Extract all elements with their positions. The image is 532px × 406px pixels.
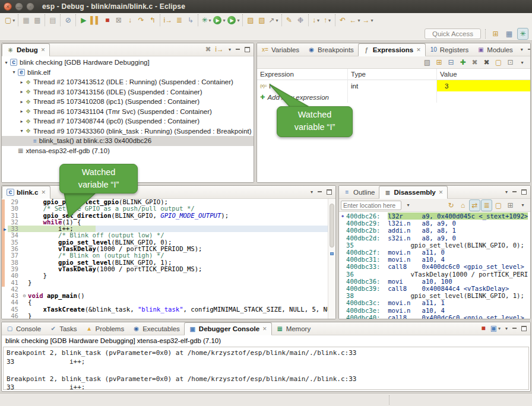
- disassembly-row[interactable]: 400dbc40: call8 0x400dc6c0 <gpio_set_lev…: [339, 314, 530, 319]
- debug-tree-item[interactable]: ▸❖Thread #7 1073408744 (ipc0) (Suspended…: [2, 116, 254, 126]
- external-tools-button[interactable]: ▶: [226, 14, 240, 26]
- instruction-stepping-button[interactable]: i→: [214, 43, 225, 55]
- tab-blink-c[interactable]: cblink.c✕: [2, 186, 50, 199]
- maximize-icon[interactable]: [327, 189, 332, 195]
- fold-marker-icon[interactable]: ⊖: [21, 293, 28, 299]
- run-button[interactable]: ▶: [212, 14, 226, 26]
- open-perspective-button[interactable]: ⊞: [490, 28, 501, 40]
- debug-tree-item[interactable]: ▾❖Thread #9 1073433360 (blink_task : Run…: [2, 126, 254, 137]
- disassembly-row[interactable]: 400dbc36: movi a10, 100: [339, 278, 530, 285]
- debug-tree-item[interactable]: ▦xtensa-esp32-elf-gdb (7.10): [2, 146, 254, 156]
- instruction-stepping-button[interactable]: i→: [162, 14, 173, 26]
- location-dropdown-button[interactable]: ▾: [403, 199, 414, 211]
- minimize-icon[interactable]: [317, 189, 322, 195]
- maximize-icon[interactable]: [521, 326, 527, 331]
- resume-button[interactable]: ▶: [78, 14, 89, 26]
- expressions-view-menu-button[interactable]: ▾: [517, 56, 528, 68]
- debug-tree-item[interactable]: ▸❖Thread #3 1073413156 (IDLE) (Suspended…: [2, 87, 254, 97]
- disassembly-row[interactable]: 400dbc3e: movi.n a10, 4: [339, 307, 530, 314]
- save-button[interactable]: ▦: [20, 14, 31, 26]
- tab-close-icon[interactable]: ✕: [416, 47, 421, 53]
- pin-view-button[interactable]: ⊡: [505, 56, 516, 68]
- tab-variables[interactable]: x=Variables: [257, 43, 303, 56]
- print-button[interactable]: ▤: [47, 14, 58, 26]
- tab-modules[interactable]: ▣Modules: [473, 43, 517, 56]
- new-button[interactable]: ▢: [4, 14, 16, 26]
- code-editor[interactable]: ▶ 29 gpio_pad_select_gpio(BLINK_GPIO);30…: [2, 199, 335, 319]
- debug-tree-item[interactable]: ▸❖Thread #2 1073413512 (IDLE : Running) …: [2, 77, 254, 87]
- debug-tree-item[interactable]: ▸❖Thread #5 1073410208 (ipc1) (Suspended…: [2, 97, 254, 107]
- show-type-names-button[interactable]: ▧: [422, 56, 433, 68]
- tab-debugger-console[interactable]: ▣Debugger Console✕: [184, 322, 272, 335]
- tab-registers[interactable]: 10Registers: [426, 43, 473, 56]
- link-view-button[interactable]: ⊞: [505, 199, 516, 211]
- debug-tree-item[interactable]: ▸❖Thread #6 1073431104 (Tmr Svc) (Suspen…: [2, 107, 254, 117]
- quick-access-button[interactable]: Quick Access: [425, 28, 481, 39]
- tab-close-icon[interactable]: ✕: [439, 189, 444, 195]
- tab-close-icon[interactable]: ✕: [262, 326, 267, 332]
- column-header-expression[interactable]: Expression: [257, 69, 348, 80]
- disassembly-row[interactable]: 400dbc31: movi.n a10, 4: [339, 256, 530, 263]
- overview-breakpoint-mark[interactable]: [330, 252, 334, 255]
- disassembly-row[interactable]: 400dbc2d: s32i.n a8, a9, 0: [339, 234, 530, 242]
- disassembly-row[interactable]: ◆400dbc26: l32r a9, 0x400d045c <_stext+1…: [339, 212, 530, 220]
- debug-button[interactable]: ✳: [200, 14, 212, 26]
- view-menu-icon[interactable]: ▾: [505, 326, 508, 331]
- collapsed-arrow-icon[interactable]: ▸: [18, 119, 25, 124]
- view-mode-button[interactable]: ≣: [173, 14, 185, 26]
- code-line[interactable]: 41}: [2, 280, 335, 286]
- previous-annotation-button[interactable]: ↑: [322, 14, 333, 26]
- tab-disassembly[interactable]: ≣Disassembly✕: [379, 186, 448, 199]
- view-menu-icon[interactable]: ▾: [521, 47, 523, 52]
- editor-scrollbar-thumb[interactable]: [330, 204, 334, 248]
- expanded-arrow-icon[interactable]: ▾: [11, 69, 17, 75]
- disassembly-view-menu-button[interactable]: ▾: [517, 199, 528, 211]
- maximize-icon[interactable]: [521, 189, 527, 195]
- remove-all-expressions-button[interactable]: ✖: [481, 56, 492, 68]
- disassembly-row[interactable]: 400dbc2b: addi.n a8, a8, 1: [339, 227, 530, 234]
- collapsed-arrow-icon[interactable]: ▸: [18, 80, 25, 85]
- code-line[interactable]: 46}: [2, 313, 335, 319]
- minimize-icon[interactable]: [512, 326, 517, 331]
- tab-debug[interactable]: ✳Debug✕: [2, 43, 50, 56]
- disassembly-source-row[interactable]: 38 gpio_set_level(BLINK_GPIO, 1);: [339, 292, 530, 299]
- forward-button[interactable]: →: [362, 14, 375, 26]
- tab-executables[interactable]: ◉Executables: [128, 322, 184, 335]
- launch-config-button[interactable]: ↗: [267, 14, 279, 26]
- tab-problems[interactable]: ▲Problems: [81, 322, 129, 335]
- cpp-perspective-button[interactable]: ▦: [504, 28, 515, 40]
- terminate-button[interactable]: ■: [102, 14, 113, 26]
- sync-selection-button[interactable]: ⇄: [469, 199, 480, 211]
- disassembly-source-row[interactable]: 36 vTaskDelay(1000 / portTICK_PERI: [339, 271, 530, 278]
- debug-tree-item[interactable]: ▾cblink checking [GDB Hardware Debugging…: [2, 58, 254, 68]
- step-return-button[interactable]: ↰: [147, 14, 158, 26]
- expanded-arrow-icon[interactable]: ▾: [3, 60, 10, 65]
- maximize-icon[interactable]: [245, 47, 250, 52]
- show-logical-structure-button[interactable]: ⊞: [433, 56, 445, 68]
- expression-type-cell[interactable]: int: [348, 80, 437, 91]
- window-close-button[interactable]: ✕: [4, 2, 12, 11]
- tab-tasks[interactable]: ✔Tasks: [45, 322, 81, 335]
- skip-all-breakpoints-button[interactable]: ⊘: [62, 14, 74, 26]
- debug-tree-item[interactable]: ≡blink_task() at blink.c:33 0x400dbc26: [2, 136, 254, 146]
- tab-breakpoints[interactable]: ◉Breakpoints: [303, 43, 358, 56]
- code-line[interactable]: 45 xTaskCreate(&blink_task, "blink_task"…: [2, 306, 335, 313]
- view-menu-icon[interactable]: ▾: [229, 47, 231, 52]
- expanded-arrow-icon[interactable]: ▾: [18, 128, 25, 134]
- debug-tree-item[interactable]: ▾eblink.elf: [2, 68, 254, 78]
- tab-close-icon[interactable]: ✕: [41, 189, 46, 195]
- disassembly-row[interactable]: 400dbc39: call8 0x400844c4 <vTaskDelay>: [339, 285, 530, 292]
- code-line[interactable]: 40 }: [2, 272, 335, 279]
- minimize-icon[interactable]: [527, 47, 531, 52]
- tab-memory[interactable]: ▦Memory: [272, 322, 315, 335]
- view-menu-icon[interactable]: ▾: [311, 189, 313, 195]
- save-all-button[interactable]: ▩: [31, 14, 43, 26]
- new-view-button[interactable]: ▢: [493, 56, 504, 68]
- back-button[interactable]: ←: [349, 14, 362, 26]
- disassembly-row[interactable]: 400dbc3c: movi.n a11, 1: [339, 299, 530, 306]
- add-expression-button[interactable]: ✚: [457, 56, 468, 68]
- expression-value-cell[interactable]: 3: [437, 80, 530, 91]
- minimize-icon[interactable]: [235, 47, 240, 52]
- breakpoint-instruction-pointer-icon[interactable]: ▶: [4, 226, 7, 233]
- code-line[interactable]: 43⊖void app_main(): [2, 293, 335, 299]
